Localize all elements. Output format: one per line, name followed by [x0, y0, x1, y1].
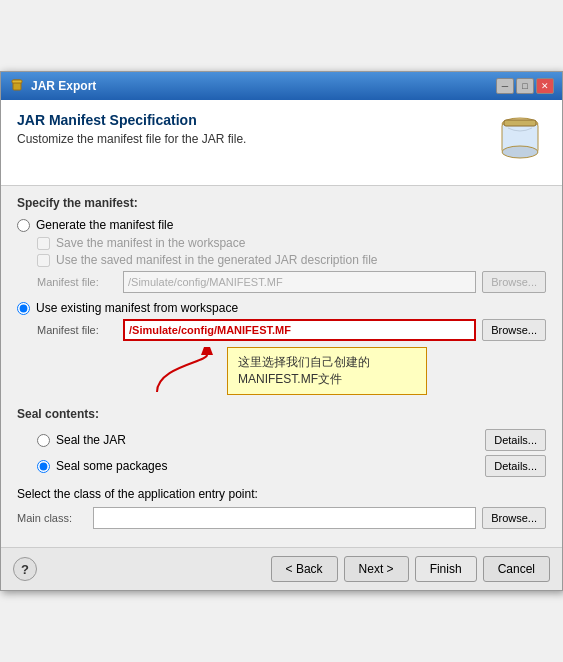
entry-point-label-text: Select the class of the application entr… — [17, 487, 546, 501]
main-class-label: Main class: — [17, 512, 87, 524]
header-title: JAR Manifest Specification — [17, 112, 246, 128]
jar-image-icon — [494, 112, 546, 164]
save-workspace-checkbox[interactable] — [37, 237, 50, 250]
generate-manifest-field-row: Manifest file: Browse... — [37, 271, 546, 293]
tooltip-text: 这里选择我们自己创建的MANIFEST.MF文件 — [238, 355, 370, 386]
title-bar: JAR Export ─ □ ✕ — [1, 72, 562, 100]
jar-graphic — [494, 112, 546, 167]
title-text: JAR Export — [31, 79, 96, 93]
cancel-button[interactable]: Cancel — [483, 556, 550, 582]
svg-rect-1 — [12, 80, 22, 83]
seal-packages-row: Seal some packages Details... — [37, 455, 546, 477]
seal-jar-label[interactable]: Seal the JAR — [56, 433, 126, 447]
header-subtitle: Customize the manifest file for the JAR … — [17, 132, 246, 146]
generate-option-row: Generate the manifest file — [17, 218, 546, 232]
entry-point-section: Select the class of the application entr… — [17, 487, 546, 529]
header-text: JAR Manifest Specification Customize the… — [17, 112, 246, 146]
jar-icon — [9, 78, 25, 94]
generate-browse-button[interactable]: Browse... — [482, 271, 546, 293]
use-saved-label: Use the saved manifest in the generated … — [56, 253, 378, 267]
title-bar-left: JAR Export — [9, 78, 96, 94]
seal-label: Seal contents: — [17, 407, 546, 421]
existing-radio[interactable] — [17, 302, 30, 315]
main-class-browse-button[interactable]: Browse... — [482, 507, 546, 529]
help-button[interactable]: ? — [13, 557, 37, 581]
main-window: JAR Export ─ □ ✕ JAR Manifest Specificat… — [0, 71, 563, 591]
specify-label: Specify the manifest: — [17, 196, 546, 210]
existing-option-row: Use existing manifest from workspace — [17, 301, 546, 315]
header-section: JAR Manifest Specification Customize the… — [1, 100, 562, 186]
next-button[interactable]: Next > — [344, 556, 409, 582]
svg-rect-5 — [504, 120, 536, 126]
seal-jar-left: Seal the JAR — [37, 433, 126, 447]
existing-manifest-label: Manifest file: — [37, 324, 117, 336]
generate-manifest-label: Manifest file: — [37, 276, 117, 288]
generate-label[interactable]: Generate the manifest file — [36, 218, 173, 232]
footer-right: < Back Next > Finish Cancel — [271, 556, 550, 582]
tooltip-popup: 这里选择我们自己创建的MANIFEST.MF文件 — [227, 347, 427, 395]
existing-browse-button[interactable]: Browse... — [482, 319, 546, 341]
close-button[interactable]: ✕ — [536, 78, 554, 94]
tooltip-area: 这里选择我们自己创建的MANIFEST.MF文件 — [17, 347, 546, 397]
seal-section: Seal contents: Seal the JAR Details... S… — [17, 407, 546, 477]
finish-button[interactable]: Finish — [415, 556, 477, 582]
title-bar-controls: ─ □ ✕ — [496, 78, 554, 94]
seal-jar-row: Seal the JAR Details... — [37, 429, 546, 451]
footer: ? < Back Next > Finish Cancel — [1, 547, 562, 590]
main-class-field-row: Main class: Browse... — [17, 507, 546, 529]
seal-jar-radio[interactable] — [37, 434, 50, 447]
seal-packages-details-button[interactable]: Details... — [485, 455, 546, 477]
svg-point-4 — [502, 146, 538, 158]
generate-manifest-input[interactable] — [123, 271, 476, 293]
red-arrow-icon — [147, 347, 227, 397]
existing-label[interactable]: Use existing manifest from workspace — [36, 301, 238, 315]
existing-manifest-field-row: Manifest file: Browse... — [37, 319, 546, 341]
generate-radio[interactable] — [17, 219, 30, 232]
body-content: Specify the manifest: Generate the manif… — [1, 186, 562, 547]
use-saved-row: Use the saved manifest in the generated … — [37, 253, 546, 267]
seal-jar-details-button[interactable]: Details... — [485, 429, 546, 451]
main-class-input[interactable] — [93, 507, 476, 529]
save-workspace-label: Save the manifest in the workspace — [56, 236, 245, 250]
back-button[interactable]: < Back — [271, 556, 338, 582]
save-workspace-row: Save the manifest in the workspace — [37, 236, 546, 250]
minimize-button[interactable]: ─ — [496, 78, 514, 94]
seal-packages-radio[interactable] — [37, 460, 50, 473]
footer-left: ? — [13, 557, 37, 581]
maximize-button[interactable]: □ — [516, 78, 534, 94]
seal-packages-left: Seal some packages — [37, 459, 167, 473]
seal-packages-label[interactable]: Seal some packages — [56, 459, 167, 473]
use-saved-checkbox[interactable] — [37, 254, 50, 267]
existing-manifest-input[interactable] — [123, 319, 476, 341]
